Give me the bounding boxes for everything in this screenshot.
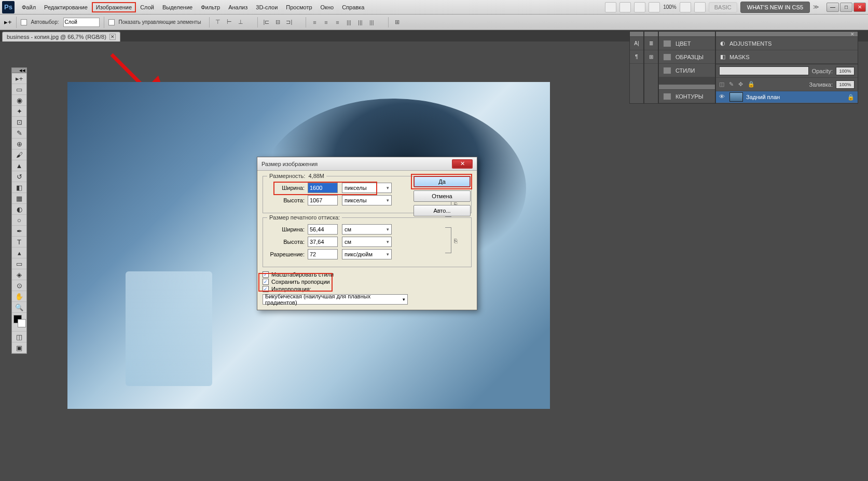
- auto-button[interactable]: Авто...: [414, 205, 471, 216]
- adjustments-tab[interactable]: ◐ADJUSTMENTS: [716, 37, 858, 50]
- type-tool[interactable]: T: [12, 237, 26, 248]
- paths-panel-tab[interactable]: КОНТУРЫ: [659, 90, 715, 103]
- healing-tool[interactable]: ⊕: [12, 139, 26, 149]
- cancel-button[interactable]: Отмена: [414, 190, 471, 202]
- shape-tool[interactable]: ▭: [12, 258, 26, 269]
- layer-row-background[interactable]: 👁 Задний план 🔒: [716, 91, 858, 103]
- print-width-input[interactable]: [308, 224, 338, 235]
- interpolation-dropdown[interactable]: Бикубическая (наилучшая для плавных град…: [263, 294, 408, 305]
- blend-mode-dropdown[interactable]: [719, 66, 809, 75]
- menu-help[interactable]: Справка: [338, 2, 368, 12]
- close-button[interactable]: ✕: [853, 3, 866, 12]
- align-right-icon[interactable]: ⊐|: [284, 17, 294, 28]
- swatches-panel-tab[interactable]: ОБРАЗЦЫ: [659, 50, 715, 64]
- print-height-input[interactable]: [308, 237, 338, 247]
- styles-panel-tab[interactable]: СТИЛИ: [659, 64, 715, 77]
- dist-vcenter-icon[interactable]: ≡: [321, 17, 331, 28]
- menu-analysis[interactable]: Анализ: [224, 2, 252, 12]
- hand-icon[interactable]: [680, 2, 691, 12]
- arrange-icon[interactable]: [649, 2, 660, 12]
- layer-visibility-icon[interactable]: 👁: [719, 93, 726, 101]
- align-bottom-icon[interactable]: ⊥: [236, 17, 246, 28]
- resolution-unit[interactable]: пикс/дюйм: [342, 249, 392, 259]
- maximize-button[interactable]: □: [840, 3, 852, 12]
- resolution-input[interactable]: [308, 249, 338, 259]
- menu-filter[interactable]: Фильтр: [197, 2, 224, 12]
- height-unit-dropdown[interactable]: пикселы: [342, 195, 392, 205]
- dialog-titlebar[interactable]: Размер изображения ✕: [257, 157, 477, 171]
- brush-tool[interactable]: 🖌: [12, 149, 26, 160]
- navigator-panel-icon[interactable]: ≣: [644, 37, 658, 50]
- workspace-basic[interactable]: BASIC: [709, 2, 737, 12]
- lasso-tool[interactable]: ◉: [12, 95, 26, 106]
- path-select-tool[interactable]: ▴: [12, 248, 26, 258]
- color-swatch[interactable]: [12, 313, 26, 332]
- toolbox-collapse[interactable]: ◂◂: [12, 68, 26, 73]
- dist-left-icon[interactable]: |||: [343, 17, 354, 28]
- 3d-camera-tool[interactable]: ⊙: [12, 280, 26, 291]
- menu-image[interactable]: Изображение: [92, 2, 136, 12]
- masks-tab[interactable]: ◧MASKS: [716, 50, 858, 64]
- document-tab[interactable]: business - копия.jpg @ 66,7% (RGB/8) ✕: [2, 32, 120, 42]
- dialog-close-button[interactable]: ✕: [452, 159, 473, 169]
- minibridge-icon[interactable]: [619, 2, 631, 12]
- height-input[interactable]: [308, 195, 338, 205]
- align-left-icon[interactable]: |⊏: [261, 17, 271, 28]
- panel-group-close[interactable]: ✕: [848, 32, 857, 37]
- panel-collapse[interactable]: [630, 32, 643, 37]
- blur-tool[interactable]: ◐: [12, 204, 26, 215]
- zoom-value[interactable]: 100%: [663, 4, 677, 10]
- document-tab-close[interactable]: ✕: [109, 34, 116, 40]
- fill-value[interactable]: 100%: [836, 80, 855, 89]
- move-tool[interactable]: ▸+: [12, 73, 26, 84]
- panel-collapse-3[interactable]: [659, 32, 715, 37]
- paragraph-panel-icon[interactable]: ¶: [630, 50, 643, 64]
- color-panel-tab[interactable]: ЦВЕТ: [659, 37, 715, 50]
- print-link-chain-icon[interactable]: ⎘: [454, 238, 458, 244]
- workspace-more-icon[interactable]: ≫: [813, 4, 819, 10]
- layer-thumbnail[interactable]: [729, 92, 743, 102]
- quickmask-tool[interactable]: ◫: [12, 332, 26, 342]
- history-brush-tool[interactable]: ↺: [12, 171, 26, 182]
- zoom-tool[interactable]: 🔍: [12, 302, 26, 313]
- dist-bottom-icon[interactable]: ≡: [332, 17, 342, 28]
- autoselect-checkbox[interactable]: [21, 19, 27, 25]
- screenmode-tool[interactable]: ▣: [12, 342, 26, 353]
- crop-tool[interactable]: ⊡: [12, 117, 26, 128]
- hand-tool[interactable]: ✋: [12, 291, 26, 302]
- menu-window[interactable]: Окно: [316, 2, 338, 12]
- align-vcenter-icon[interactable]: ⊢: [224, 17, 235, 28]
- menu-view[interactable]: Просмотр: [282, 2, 316, 12]
- opacity-value[interactable]: 100%: [836, 67, 855, 75]
- dodge-tool[interactable]: ○: [12, 215, 26, 226]
- autoalign-icon[interactable]: ⊞: [392, 17, 402, 28]
- character-panel-icon[interactable]: A|: [630, 37, 643, 50]
- align-top-icon[interactable]: ⊤: [213, 17, 223, 28]
- extras-icon[interactable]: [634, 2, 645, 12]
- menu-layer[interactable]: Слой: [136, 2, 158, 12]
- screenmode-icon[interactable]: [694, 2, 706, 12]
- dist-hcenter-icon[interactable]: |||: [355, 17, 365, 28]
- print-width-unit[interactable]: см: [342, 224, 392, 235]
- panel-collapse-5[interactable]: [716, 32, 858, 37]
- menu-select[interactable]: Выделение: [158, 2, 197, 12]
- 3d-tool[interactable]: ◈: [12, 269, 26, 280]
- menu-3d[interactable]: 3D-слои: [252, 2, 282, 12]
- bridge-icon[interactable]: [605, 2, 616, 12]
- dist-top-icon[interactable]: ≡: [309, 17, 320, 28]
- eyedropper-tool[interactable]: ✎: [12, 128, 26, 139]
- menu-edit[interactable]: Редактирование: [40, 2, 92, 12]
- dist-right-icon[interactable]: |||: [366, 17, 377, 28]
- whats-new-button[interactable]: WHAT'S NEW IN CS5: [740, 2, 810, 13]
- panel-collapse-2[interactable]: [644, 32, 658, 37]
- lock-icons[interactable]: ◫ ✎ ✥ 🔒: [719, 81, 756, 88]
- wand-tool[interactable]: ✦: [12, 106, 26, 117]
- pen-tool[interactable]: ✒: [12, 226, 26, 237]
- gradient-tool[interactable]: ▦: [12, 193, 26, 204]
- eraser-tool[interactable]: ◧: [12, 182, 26, 193]
- minimize-button[interactable]: —: [826, 3, 839, 12]
- stamp-tool[interactable]: ▲: [12, 160, 26, 171]
- print-height-unit[interactable]: см: [342, 237, 392, 247]
- autoselect-dropdown[interactable]: [63, 18, 100, 27]
- panel-collapse-4[interactable]: [659, 85, 715, 90]
